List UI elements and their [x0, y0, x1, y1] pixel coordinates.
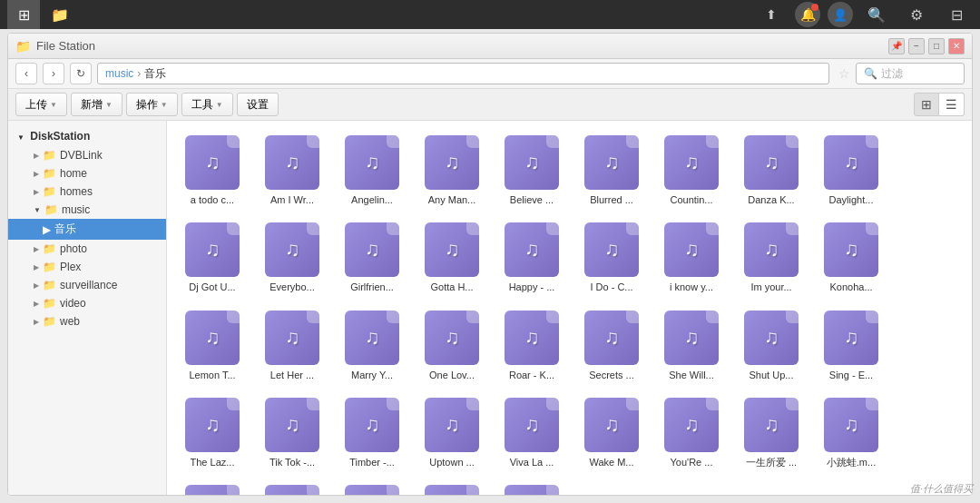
- list-item[interactable]: ♫ i know y...: [655, 217, 728, 297]
- music-file-icon: ♫: [345, 135, 399, 190]
- list-item[interactable]: ♫ Happy - ...: [495, 217, 568, 297]
- music-file-icon: ♫: [824, 398, 878, 452]
- sidebar-item-homes[interactable]: ▶ 📁 homes: [8, 182, 166, 201]
- music-note-symbol: ♫: [205, 326, 220, 350]
- music-note-symbol: ♫: [844, 151, 859, 174]
- list-item[interactable]: ♫ Dj Got U...: [176, 217, 249, 297]
- file-name: Dj Got U...: [189, 281, 235, 293]
- list-item[interactable]: ♫ Any Man...: [416, 130, 488, 210]
- title-bar: 📁 File Station 📌 − □ ✕: [8, 34, 972, 59]
- new-button[interactable]: 新增 ▼: [71, 93, 122, 116]
- sidebar-item-home[interactable]: ▶ 📁 home: [8, 164, 166, 182]
- file-name: Believe ...: [510, 193, 554, 206]
- list-item[interactable]: ♫ Viva La ...: [495, 392, 568, 472]
- forward-button[interactable]: ›: [43, 63, 64, 84]
- list-item[interactable]: ♫ She Will...: [655, 305, 728, 385]
- sidebar-root[interactable]: ▼ DiskStation: [8, 126, 166, 146]
- sidebar-item-web[interactable]: ▶ 📁 web: [8, 312, 166, 330]
- list-item[interactable]: ♫ Shut Up...: [735, 305, 808, 385]
- list-item[interactable]: ♫ Gotta H...: [416, 217, 488, 297]
- list-item[interactable]: ♫ Everybo...: [256, 217, 328, 297]
- window-close-button[interactable]: ✕: [948, 38, 965, 54]
- user-icon[interactable]: 👤: [828, 2, 853, 27]
- list-item[interactable]: ♫ 我的滑板...: [176, 479, 249, 495]
- list-item[interactable]: ♫ 阳光宅男 ...: [495, 479, 568, 495]
- list-item[interactable]: ♫ Secrets ...: [575, 305, 648, 385]
- refresh-button[interactable]: ↻: [70, 63, 92, 84]
- list-item[interactable]: ♫ Konoha...: [815, 217, 887, 297]
- list-item[interactable]: ♫ 王妃 - 萧...: [256, 479, 328, 495]
- sidebar-item-surveillance[interactable]: ▶ 📁 surveillance: [8, 276, 166, 294]
- sidebar-item-dvblink[interactable]: ▶ 📁 DVBLink: [8, 146, 166, 164]
- list-item[interactable]: ♫ Let Her ...: [256, 305, 328, 385]
- list-item[interactable]: ♫ One Lov...: [416, 305, 488, 385]
- music-file-icon: ♫: [345, 398, 399, 452]
- grid-view-button[interactable]: ⊞: [914, 93, 939, 116]
- files-icon[interactable]: 📁: [44, 0, 76, 29]
- list-item[interactable]: ♫ Wake M...: [575, 392, 648, 472]
- list-item[interactable]: ♫ Marry Y...: [336, 305, 408, 385]
- sidebar-item-photo[interactable]: ▶ 📁 photo: [8, 240, 166, 258]
- music-note-symbol: ♫: [764, 238, 779, 261]
- list-item[interactable]: ♫ Danza K...: [735, 130, 808, 210]
- list-item[interactable]: ♫ Tik Tok -...: [256, 392, 328, 472]
- settings-button[interactable]: 设置: [237, 93, 279, 116]
- sidebar: ▼ DiskStation ▶ 📁 DVBLink ▶ 📁 home ▶ 📁 h…: [8, 121, 167, 495]
- list-item[interactable]: ♫ Blurred ...: [575, 130, 648, 210]
- list-item[interactable]: ♫ a todo c...: [176, 130, 249, 210]
- windows-icon[interactable]: ⊟: [940, 0, 973, 29]
- list-item[interactable]: ♫ 小跳蛙.m...: [815, 392, 887, 472]
- address-bar[interactable]: music › 音乐: [97, 63, 829, 84]
- music-file-icon: ♫: [425, 135, 479, 190]
- sidebar-item-plex[interactable]: ▶ 📁 Plex: [8, 258, 166, 276]
- music-file-icon: ♫: [265, 485, 319, 495]
- list-item[interactable]: ♫ Girlfrien...: [336, 217, 408, 297]
- sidebar-item-music[interactable]: ▼ 📁 music: [8, 201, 166, 219]
- music-file-icon: ♫: [185, 135, 240, 190]
- list-item[interactable]: ♫ Believe ...: [495, 130, 568, 210]
- window-minimize-button[interactable]: −: [908, 38, 925, 54]
- settings-sys-icon[interactable]: ⚙: [900, 0, 933, 29]
- list-item[interactable]: ♫ Im your...: [735, 217, 808, 297]
- apps-icon[interactable]: ⊞: [7, 0, 40, 29]
- music-file-icon: ♫: [425, 222, 479, 277]
- sidebar-item-video[interactable]: ▶ 📁 video: [8, 294, 166, 312]
- folder-icon-yinyue: ▶: [43, 223, 51, 236]
- list-item[interactable]: ♫ Uptown ...: [416, 392, 488, 472]
- list-item[interactable]: ♫ Daylight...: [815, 130, 887, 210]
- list-item[interactable]: ♫ Roar - K...: [495, 305, 568, 385]
- list-item[interactable]: ♫ Angelin...: [336, 130, 408, 210]
- music-file-icon: ♫: [505, 311, 559, 365]
- list-view-button[interactable]: ☰: [939, 93, 965, 116]
- favorite-button[interactable]: ☆: [838, 66, 850, 81]
- music-note-symbol: ♫: [285, 413, 300, 437]
- list-item[interactable]: ♫ Lemon T...: [176, 305, 249, 385]
- list-item[interactable]: ♫ You'Re ...: [655, 392, 728, 472]
- file-station-window: 📁 File Station 📌 − □ ✕ ‹ › ↻ music › 音乐 …: [7, 33, 973, 496]
- list-item[interactable]: ♫ Am I Wr...: [256, 130, 328, 210]
- list-item[interactable]: ♫ Timber -...: [336, 392, 408, 472]
- file-name: Happy - ...: [509, 281, 555, 293]
- window-maximize-button[interactable]: □: [928, 38, 945, 54]
- list-item[interactable]: ♫ I Do - C...: [575, 217, 648, 297]
- title-bar-controls: 📌 − □ ✕: [888, 38, 965, 54]
- list-item[interactable]: ♫ 老男孩 - ...: [416, 479, 488, 495]
- back-button[interactable]: ‹: [15, 63, 37, 84]
- upload-button[interactable]: 上传 ▼: [15, 93, 67, 116]
- file-name: Countin...: [670, 193, 712, 206]
- tools-button[interactable]: 工具 ▼: [181, 93, 233, 116]
- watermark: 值·什么值得买: [910, 482, 973, 496]
- sidebar-item-yinyue[interactable]: ▶ 音乐: [8, 219, 166, 240]
- search-box[interactable]: 🔍 过滤: [856, 63, 965, 84]
- window-pin-button[interactable]: 📌: [888, 38, 905, 54]
- music-file-icon: ♫: [505, 135, 559, 190]
- list-item[interactable]: ♫ The Laz...: [176, 392, 249, 472]
- list-item[interactable]: ♫ Countin...: [655, 130, 728, 210]
- operations-button[interactable]: 操作 ▼: [126, 93, 178, 116]
- file-name: Lemon T...: [189, 369, 235, 381]
- list-item[interactable]: ♫ 红蜻蜓 -...: [336, 479, 408, 495]
- search-sys-icon[interactable]: 🔍: [860, 0, 893, 29]
- list-item[interactable]: ♫ Sing - E...: [815, 305, 887, 385]
- list-item[interactable]: ♫ 一生所爱 ...: [735, 392, 808, 472]
- upload-sys-icon[interactable]: ⬆: [755, 0, 788, 29]
